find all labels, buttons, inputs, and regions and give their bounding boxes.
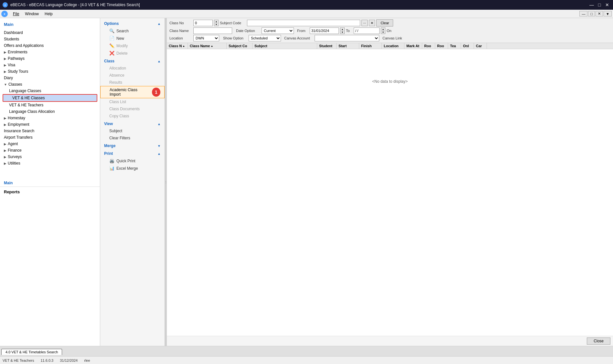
status-module: VET & HE Teachers <box>3 359 34 362</box>
th-subject-code[interactable]: Subject Co <box>227 43 253 49</box>
from-up-icon: ▲ <box>340 28 344 31</box>
menu-help[interactable]: Help <box>42 11 55 17</box>
subject-code-clear-button[interactable]: ✕ <box>369 20 375 26</box>
from-date-input[interactable] <box>310 27 339 34</box>
options-panel: Options ▲ 🔍 Search 📄 New ✏️ Modify ❌ <box>100 18 165 346</box>
sidebar-item-language-classes[interactable]: Language Classes <box>0 88 100 94</box>
offers-label: Offers and Applications <box>4 43 44 48</box>
new-option[interactable]: 📄 New <box>100 35 165 42</box>
sidebar-item-finance[interactable]: ▶ Finance <box>0 147 100 154</box>
sidebar-item-diary[interactable]: Diary <box>0 75 100 81</box>
employment-label: Employment <box>8 122 29 127</box>
th-student[interactable]: Student <box>317 43 337 49</box>
title-bar-text: eBECAS - eBECAS Language College - [4.0 … <box>10 3 140 7</box>
reports-title: Reports <box>4 189 96 194</box>
location-select[interactable]: DWN <box>193 35 219 41</box>
agent-label: Agent <box>8 142 18 146</box>
sidebar-item-vet-he-classes[interactable]: VET & HE Classes <box>3 94 97 102</box>
th-start[interactable]: Start <box>337 43 359 49</box>
quick-print-icon: 🖨️ <box>109 158 114 163</box>
sidebar-item-agent[interactable]: ▶ Agent <box>0 141 100 147</box>
inner-close-button[interactable]: ✕ <box>596 11 603 16</box>
sidebar-item-enrolments[interactable]: ▶ Enrolments <box>0 49 100 55</box>
subject-code-input[interactable] <box>247 20 360 26</box>
from-date-spinner[interactable]: ▲ ▼ <box>340 27 345 34</box>
sidebar-title: Main <box>0 21 100 29</box>
minimize-button[interactable]: — <box>588 2 595 7</box>
allocation-option: Allocation <box>100 65 165 72</box>
close-window-button[interactable]: ✕ <box>604 2 610 7</box>
search-option-icon: 🔍 <box>109 28 114 33</box>
th-location[interactable]: Location <box>382 43 404 49</box>
maximize-button[interactable]: □ <box>596 2 603 7</box>
th-subject[interactable]: Subject <box>253 43 317 49</box>
form-toolbar: Class No ▲ ▼ Subject Code ··· ✕ Clear <box>167 18 613 43</box>
menu-window[interactable]: Window <box>22 11 41 17</box>
print-collapse-icon: ▲ <box>157 152 161 155</box>
class-section-header[interactable]: Class ▲ <box>100 57 165 65</box>
th-class-n-sort-icon: ▲ <box>182 45 185 48</box>
from-down-icon: ▼ <box>340 31 344 34</box>
status-user: rlee <box>84 359 90 362</box>
th-mark-at[interactable]: Mark At <box>404 43 422 49</box>
merge-section-header[interactable]: Merge ▼ <box>100 142 165 149</box>
options-section-header[interactable]: Options ▲ <box>100 19 165 27</box>
excel-merge-option[interactable]: 📊 Excel Merge <box>100 165 165 172</box>
sidebar-item-language-class-allocation[interactable]: Language Class Allocation <box>0 108 100 115</box>
th-tea[interactable]: Tea <box>448 43 461 49</box>
merge-collapse-icon: ▼ <box>157 144 161 148</box>
to-label: To <box>346 29 352 33</box>
date-option-select[interactable]: Current Past Future All <box>262 27 294 34</box>
sidebar-item-homestay[interactable]: ▶ Homestay <box>0 115 100 121</box>
sidebar-item-pathways[interactable]: ▶ Pathways <box>0 55 100 62</box>
sidebar-item-vet-he-teachers[interactable]: VET & HE Teachers <box>0 102 100 108</box>
th-class-name[interactable]: Class Name ▲ <box>188 43 227 49</box>
subject-option[interactable]: Subject <box>100 127 165 134</box>
sidebar-item-visa[interactable]: ▶ Visa <box>0 62 100 68</box>
th-car[interactable]: Car <box>474 43 487 49</box>
to-date-spinner[interactable]: ▲ ▼ <box>381 27 385 34</box>
clear-filters-option[interactable]: Clear Filters <box>100 134 165 142</box>
th-finish[interactable]: Finish <box>359 43 382 49</box>
class-no-down-spin[interactable]: ▼ <box>214 23 218 26</box>
sidebar-item-dashboard[interactable]: Dashboard <box>0 29 100 36</box>
sidebar-item-students[interactable]: Students <box>0 36 100 42</box>
annotation-badge-1: 1 <box>152 88 160 97</box>
sidebar-item-offers[interactable]: Offers and Applications <box>0 42 100 49</box>
sidebar-item-insurance[interactable]: Insurance Search <box>0 128 100 134</box>
sidebar-item-studytours[interactable]: ▶ Study Tours <box>0 68 100 75</box>
clear-button[interactable]: Clear <box>376 19 393 27</box>
print-section-header[interactable]: Print ▲ <box>100 149 165 157</box>
sidebar-item-surveys[interactable]: ▶ Surveys <box>0 154 100 160</box>
th-onl[interactable]: Onl <box>461 43 474 49</box>
quick-print-option[interactable]: 🖨️ Quick Print <box>100 157 165 165</box>
th-class-n[interactable]: Class N ▲ <box>167 43 188 49</box>
subject-code-dots-button[interactable]: ··· <box>361 20 368 26</box>
view-collapse-icon: ▲ <box>157 122 161 126</box>
sidebar-item-employment[interactable]: ▶ Employment <box>0 121 100 128</box>
to-date-input[interactable] <box>354 27 380 34</box>
inner-dropdown-button[interactable]: ▼ <box>604 11 612 16</box>
class-name-input[interactable] <box>193 27 232 34</box>
options-collapse-icon: ▲ <box>157 22 161 26</box>
sidebar-item-airport-transfers[interactable]: Airport Transfers <box>0 134 100 141</box>
class-no-input[interactable] <box>193 20 213 26</box>
search-option[interactable]: 🔍 Search <box>100 27 165 35</box>
menu-file[interactable]: File <box>10 11 22 17</box>
airport-label: Airport Transfers <box>4 135 33 140</box>
inner-restore-button[interactable]: □ <box>588 11 595 16</box>
tab-vet-he-timetables[interactable]: 4.0 VET & HE Timetables Search <box>1 349 62 355</box>
sidebar-item-utilities[interactable]: ▶ Utilities <box>0 160 100 166</box>
th-roo1[interactable]: Roo <box>422 43 435 49</box>
sidebar-item-classes[interactable]: ▼ Classes <box>0 81 100 88</box>
class-no-up-spin[interactable]: ▲ <box>214 20 218 23</box>
no-data-message: <No data to display> <box>167 49 613 114</box>
classes-label: Classes <box>8 82 22 87</box>
close-button[interactable]: Close <box>587 337 610 345</box>
canvas-account-select[interactable] <box>315 35 379 41</box>
view-section-header[interactable]: View ▲ <box>100 120 165 127</box>
show-option-select[interactable]: Scheduled All <box>249 35 281 41</box>
th-roo2[interactable]: Roo <box>435 43 448 49</box>
inner-minimize-button[interactable]: — <box>579 11 587 16</box>
academic-class-import-option[interactable]: Academic Class Import 1 <box>100 86 165 98</box>
